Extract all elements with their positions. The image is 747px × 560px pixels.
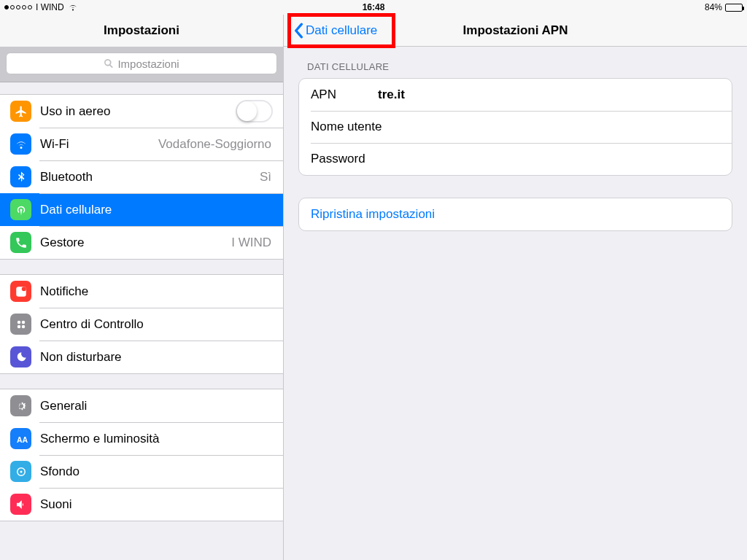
- bluetooth-label: Bluetooth: [40, 170, 93, 184]
- status-bar: I WIND 16:48 84%: [0, 0, 747, 15]
- moon-icon: [10, 346, 31, 368]
- sidebar-item-dnd[interactable]: Non disturbare: [0, 341, 283, 373]
- sidebar-navbar: Impostazioni: [0, 15, 283, 47]
- back-button[interactable]: Dati cellulare: [287, 15, 383, 46]
- display-icon: AA: [10, 428, 31, 449]
- sidebar-item-wallpaper[interactable]: Sfondo: [0, 455, 283, 488]
- svg-point-5: [21, 324, 25, 328]
- clock: 16:48: [0, 2, 747, 12]
- notifications-icon: [10, 281, 31, 302]
- sidebar-item-airplane[interactable]: Uso in aereo: [0, 95, 283, 128]
- reset-settings-button[interactable]: Ripristina impostazioni: [299, 198, 732, 230]
- password-row[interactable]: Password: [299, 143, 732, 175]
- sidebar-title: Impostazioni: [104, 23, 179, 38]
- search-placeholder: Impostazioni: [117, 58, 179, 70]
- gear-icon: [10, 395, 31, 416]
- airplane-toggle[interactable]: [236, 100, 273, 122]
- svg-point-2: [17, 320, 20, 324]
- sidebar-item-display[interactable]: AA Schermo e luminosità: [0, 422, 283, 455]
- sidebar-item-cellular[interactable]: Dati cellulare: [0, 193, 283, 226]
- bluetooth-icon: [10, 166, 31, 187]
- carrier-label: I WIND: [36, 2, 64, 12]
- battery-percent: 84%: [705, 2, 722, 12]
- sounds-label: Suoni: [40, 497, 71, 512]
- reset-label: Ripristina impostazioni: [311, 207, 435, 222]
- notifications-label: Notifiche: [40, 284, 88, 299]
- dnd-label: Non disturbare: [40, 350, 122, 365]
- detail-navbar: Dati cellulare Impostazioni APN: [284, 15, 747, 47]
- cellular-label: Dati cellulare: [40, 203, 112, 217]
- back-label: Dati cellulare: [306, 23, 377, 38]
- sounds-icon: [10, 494, 31, 515]
- display-label: Schermo e luminosità: [40, 432, 159, 446]
- battery-icon: [725, 4, 743, 12]
- wifi-settings-icon: [10, 133, 31, 155]
- apn-row[interactable]: APN tre.it: [299, 79, 732, 111]
- wifi-icon: [68, 4, 78, 11]
- wifi-label: Wi-Fi: [40, 137, 69, 152]
- carrier-label-row: Gestore: [40, 236, 84, 250]
- sidebar-item-carrier[interactable]: Gestore I WIND: [0, 226, 283, 259]
- svg-point-1: [21, 287, 26, 291]
- svg-point-3: [21, 320, 25, 324]
- search-input[interactable]: Impostazioni: [6, 52, 277, 74]
- chevron-left-icon: [293, 23, 304, 39]
- reset-group: Ripristina impostazioni: [298, 198, 732, 231]
- general-label: Generali: [40, 399, 87, 413]
- bluetooth-value: Sì: [260, 170, 271, 184]
- svg-point-4: [17, 324, 20, 328]
- settings-sidebar: Impostazioni Impostazioni Uso in aereo W…: [0, 15, 284, 560]
- detail-title: Impostazioni APN: [463, 23, 568, 38]
- control-center-label: Centro di Controllo: [40, 317, 144, 332]
- username-label: Nome utente: [311, 120, 382, 134]
- svg-text:AA: AA: [17, 435, 28, 443]
- sidebar-item-bluetooth[interactable]: Bluetooth Sì: [0, 160, 283, 193]
- airplane-icon: [10, 101, 31, 122]
- airplane-label: Uso in aereo: [40, 104, 110, 119]
- signal-strength-icon: [4, 5, 32, 9]
- username-row[interactable]: Nome utente: [299, 111, 732, 143]
- sidebar-item-general[interactable]: Generali: [0, 389, 283, 422]
- carrier-value: I WIND: [231, 236, 271, 250]
- detail-pane: Dati cellulare Impostazioni APN DATI CEL…: [284, 15, 747, 560]
- sidebar-item-sounds[interactable]: Suoni: [0, 488, 283, 521]
- sidebar-item-wifi[interactable]: Wi-Fi Vodafone-Soggiorno: [0, 128, 283, 160]
- search-icon: [104, 58, 114, 69]
- sidebar-item-control-center[interactable]: Centro di Controllo: [0, 308, 283, 341]
- wallpaper-icon: [10, 461, 31, 482]
- svg-point-8: [20, 470, 22, 472]
- apn-label: APN: [311, 88, 378, 102]
- apn-settings-group: APN tre.it Nome utente Password: [298, 78, 732, 176]
- wallpaper-label: Sfondo: [40, 464, 80, 479]
- control-center-icon: [10, 314, 31, 335]
- cellular-icon: [10, 199, 31, 220]
- phone-icon: [10, 232, 31, 253]
- apn-value[interactable]: tre.it: [378, 88, 405, 102]
- wifi-value: Vodafone-Soggiorno: [158, 137, 271, 152]
- section-header-cellular-data: DATI CELLULARE: [284, 47, 747, 78]
- sidebar-item-notifications[interactable]: Notifiche: [0, 275, 283, 308]
- password-label: Password: [311, 152, 378, 166]
